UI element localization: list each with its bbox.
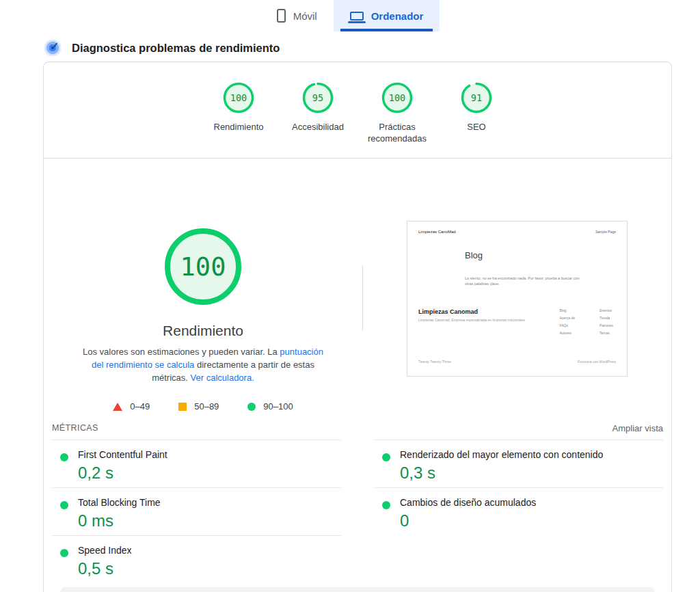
thumb-credit-left: Twenty Twenty-Three xyxy=(418,360,451,364)
thumb-empty-message: Lo siento, no se ha encontrado nada. Por… xyxy=(465,275,582,286)
thumb-link: Blog xyxy=(559,308,575,312)
thumb-links-col2: Eventos Tienda Patrones Temas xyxy=(600,308,613,335)
device-tabs: Móvil Ordenador xyxy=(0,0,700,31)
thumb-nav-link: Sample Page xyxy=(595,230,616,234)
metric-value: 0,3 s xyxy=(400,463,663,483)
performance-gauge: 100 xyxy=(163,227,243,306)
score-label: SEO xyxy=(467,121,485,133)
score-seo[interactable]: 91 SEO xyxy=(442,81,511,144)
thumb-link: Temas xyxy=(600,331,613,335)
metric-first-contentful-paint: First Contentful Paint 0,2 s xyxy=(52,440,341,487)
pass-dot-icon xyxy=(60,501,68,509)
thumb-link: Autores xyxy=(559,331,575,335)
thumb-credits: Twenty Twenty-Three Funciona con WordPre… xyxy=(418,360,616,364)
thumb-links-col1: Blog Acerca de FAQs Autores xyxy=(559,308,575,335)
gauge-accesibilidad: 95 xyxy=(301,81,334,114)
score-explanation: Los valores son estimaciones y pueden va… xyxy=(81,345,325,384)
thumb-link: Patrones xyxy=(600,323,613,327)
expand-view-button[interactable]: Ampliar vista xyxy=(612,423,663,433)
score-label: Rendimiento xyxy=(214,121,264,133)
thumb-footer-links: Blog Acerca de FAQs Autores Eventos Tien… xyxy=(559,308,613,335)
score-label: Prácticas recomendadas xyxy=(363,121,431,144)
score-practicas-recomendadas[interactable]: 100 Prácticas recomendadas xyxy=(363,81,431,144)
page-title: Diagnostica problemas de rendimiento xyxy=(72,42,280,55)
performance-gauge-panel: 100 Rendimiento Los valores son estimaci… xyxy=(44,159,362,420)
metric-name: Renderizado del mayor elemento con conte… xyxy=(400,449,663,460)
metric-speed-index: Speed Index 0,5 s xyxy=(52,535,341,583)
metric-largest-contentful-paint: Renderizado del mayor elemento con conte… xyxy=(374,440,663,487)
pass-dot-icon xyxy=(382,501,390,509)
thumb-page-heading: Blog xyxy=(465,250,616,260)
category-scores: 100 Rendimiento 95 Accesibilidad 100 Prá… xyxy=(44,62,671,144)
metrics-grid: First Contentful Paint 0,2 s Renderizado… xyxy=(52,440,663,583)
pass-dot-icon xyxy=(382,453,390,461)
gauge-seo: 91 xyxy=(460,81,493,114)
gauge-practicas: 100 xyxy=(381,81,414,114)
thumb-credit-right: Funciona con WordPress xyxy=(578,360,616,364)
legend-average: 50–89 xyxy=(178,401,219,412)
metrics-section: MÉTRICAS Ampliar vista First Contentful … xyxy=(44,420,671,592)
legend-pass-range: 90–100 xyxy=(263,401,293,412)
metrics-heading: MÉTRICAS xyxy=(52,423,98,433)
score-label: Accesibilidad xyxy=(292,121,344,133)
tab-ordenador-label: Ordenador xyxy=(371,10,424,22)
thumb-footer-title: Limpiezas Canomad xyxy=(418,308,525,315)
explanation-text: Los valores son estimaciones y pueden va… xyxy=(83,347,280,357)
thumb-link: Tienda xyxy=(600,316,613,320)
pass-circle-icon xyxy=(247,403,256,411)
metric-value: 0 xyxy=(400,511,663,530)
metric-value: 0,2 s xyxy=(78,463,341,483)
thumb-link: FAQs xyxy=(559,323,575,327)
report-card: 100 Rendimiento 95 Accesibilidad 100 Prá… xyxy=(43,62,672,592)
metric-name: Speed Index xyxy=(78,545,341,556)
metric-value: 0,5 s xyxy=(78,559,341,578)
mobile-phone-icon xyxy=(277,9,286,23)
active-tab-indicator xyxy=(340,29,433,31)
average-square-icon xyxy=(178,403,187,411)
score-rendimiento[interactable]: 100 Rendimiento xyxy=(204,81,273,144)
metric-value: 0 ms xyxy=(78,511,341,530)
next-section-collapsed-bar[interactable] xyxy=(60,587,655,592)
thumb-header: Limpiezas CanoMad Sample Page xyxy=(418,230,616,234)
performance-title: Rendimiento xyxy=(163,323,243,339)
screenshot-panel: Limpiezas CanoMad Sample Page Blog Lo si… xyxy=(363,159,671,420)
tab-ordenador[interactable]: Ordenador xyxy=(334,0,440,31)
legend-pass: 90–100 xyxy=(247,401,293,412)
desktop-computer-icon xyxy=(350,12,364,21)
thumb-link: Acerca de xyxy=(559,316,575,320)
performance-overview: 100 Rendimiento Los valores son estimaci… xyxy=(44,159,671,420)
score-value: 91 xyxy=(460,81,493,114)
thumb-footer-tagline: Limpiezas Canomad: Empresa especializada… xyxy=(418,318,525,322)
metric-cumulative-layout-shift: Cambios de diseño acumulados 0 xyxy=(374,487,663,535)
score-accesibilidad[interactable]: 95 Accesibilidad xyxy=(284,81,352,144)
tab-movil-label: Móvil xyxy=(293,10,317,22)
score-value: 95 xyxy=(301,81,334,114)
speedometer-icon xyxy=(44,39,62,57)
metric-name: Cambios de diseño acumulados xyxy=(400,497,663,508)
fail-triangle-icon xyxy=(113,403,122,411)
score-value: 100 xyxy=(381,81,414,114)
metric-name: Total Blocking Time xyxy=(78,497,341,508)
thumb-link: Eventos xyxy=(600,308,613,312)
metric-total-blocking-time: Total Blocking Time 0 ms xyxy=(52,487,341,535)
page-screenshot-thumbnail[interactable]: Limpiezas CanoMad Sample Page Blog Lo si… xyxy=(407,221,628,377)
pass-dot-icon xyxy=(60,453,68,461)
thumb-site-name: Limpiezas CanoMad xyxy=(418,230,456,234)
section-header: Diagnostica problemas de rendimiento xyxy=(44,39,700,57)
legend-average-range: 50–89 xyxy=(194,401,219,412)
gauge-rendimiento: 100 xyxy=(222,81,255,114)
score-value: 100 xyxy=(222,81,255,114)
performance-score-value: 100 xyxy=(163,227,243,306)
calculator-link[interactable]: Ver calculadora. xyxy=(191,373,254,383)
legend-fail: 0–49 xyxy=(113,401,150,412)
pass-dot-icon xyxy=(60,549,68,557)
thumb-footer: Limpiezas Canomad Limpiezas Canomad: Emp… xyxy=(418,308,616,335)
metrics-header: MÉTRICAS Ampliar vista xyxy=(52,422,663,433)
thumb-footer-left: Limpiezas Canomad Limpiezas Canomad: Emp… xyxy=(418,308,525,335)
tab-movil[interactable]: Móvil xyxy=(260,0,334,31)
metric-name: First Contentful Paint xyxy=(78,449,341,460)
score-legend: 0–49 50–89 90–100 xyxy=(113,401,293,412)
legend-fail-range: 0–49 xyxy=(130,401,150,412)
